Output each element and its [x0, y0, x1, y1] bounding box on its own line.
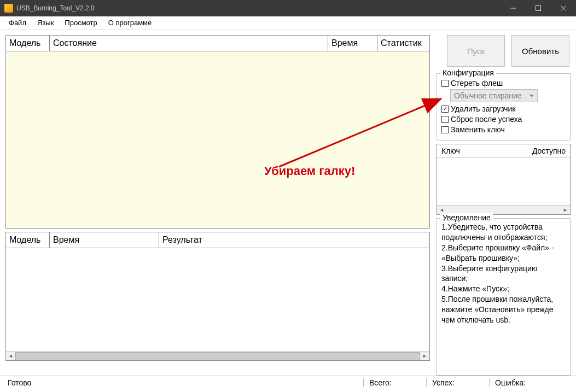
result-table-header: Модель Время Результат [6, 232, 429, 248]
button-row: Пуск Обновить [437, 35, 571, 67]
statusbar: Готово Всего: Успех: Ошибка: [0, 376, 576, 389]
erase-bootloader-checkbox[interactable] [441, 106, 449, 113]
scroll-right-icon[interactable]: ► [420, 352, 429, 361]
window-title: USB_Burning_Tool_V2.2.0 [16, 4, 501, 12]
menu-lang[interactable]: Язык [32, 17, 59, 28]
right-column: Пуск Обновить Конфигурация Стереть флеш … [437, 35, 571, 376]
minimize-button[interactable] [501, 0, 526, 16]
col-model2[interactable]: Модель [6, 232, 50, 248]
replace-key-row[interactable]: Заменить ключ [441, 125, 566, 134]
close-button[interactable] [551, 0, 576, 16]
erase-flash-checkbox[interactable] [441, 80, 449, 87]
result-table-body [6, 248, 429, 351]
col-result2[interactable]: Результат [159, 232, 429, 248]
result-hscroll[interactable]: ◄ ► [6, 351, 429, 360]
replace-key-checkbox[interactable] [441, 126, 449, 133]
key-col-key: Ключ [441, 147, 460, 155]
reset-after-checkbox[interactable] [441, 116, 449, 123]
status-total: Всего: [365, 378, 425, 387]
notice-title: Уведомление [440, 213, 493, 222]
left-column: Модель Состояние Время Статистик Модель … [5, 35, 430, 376]
col-stats[interactable]: Статистик [377, 36, 429, 51]
col-model[interactable]: Модель [6, 36, 50, 51]
reset-after-label: Сброс после успеха [451, 115, 522, 124]
client-area: Модель Состояние Время Статистик Модель … [0, 30, 576, 376]
key-panel-header: Ключ Доступно [437, 144, 570, 158]
erase-bootloader-row[interactable]: Удалить загрузчик [441, 104, 566, 113]
key-panel: Ключ Доступно ◄ ► [437, 144, 571, 215]
app-icon [4, 4, 13, 13]
status-error: Ошибка: [491, 378, 573, 387]
svg-rect-1 [536, 6, 541, 11]
notice-text: 1.Убедитесь, что устройства подключены и… [441, 222, 566, 325]
config-title: Конфигурация [440, 68, 496, 77]
status-ready: Готово [3, 378, 362, 387]
col-state[interactable]: Состояние [50, 36, 328, 51]
reset-after-row[interactable]: Сброс после успеха [441, 115, 566, 124]
scroll-thumb[interactable] [15, 352, 420, 360]
key-col-avail: Доступно [532, 147, 566, 155]
menu-file[interactable]: Файл [3, 17, 32, 28]
key-scroll-right-icon[interactable]: ► [561, 206, 570, 215]
device-table-header: Модель Состояние Время Статистик [6, 36, 429, 51]
status-success: Успех: [428, 378, 488, 387]
result-table: Модель Время Результат ◄ ► [5, 232, 430, 361]
menu-about[interactable]: О программе [103, 17, 158, 28]
device-table-body [6, 51, 429, 228]
notice-group: Уведомление 1.Убедитесь, что устройства … [437, 218, 571, 376]
menubar: Файл Язык Просмотр О программе [0, 16, 576, 30]
titlebar: USB_Burning_Tool_V2.2.0 [0, 0, 576, 16]
col-time[interactable]: Время [328, 36, 377, 51]
erase-flash-label: Стереть флеш [451, 79, 503, 87]
config-group: Конфигурация Стереть флеш Обычное стиран… [437, 73, 571, 141]
start-button[interactable]: Пуск [447, 35, 505, 67]
scroll-left-icon[interactable]: ◄ [6, 352, 15, 361]
col-time2[interactable]: Время [50, 232, 159, 248]
device-table: Модель Состояние Время Статистик [5, 35, 430, 229]
replace-key-label: Заменить ключ [451, 125, 505, 134]
erase-mode-dropdown[interactable]: Обычное стирание [450, 89, 538, 102]
key-panel-body [437, 158, 570, 205]
refresh-button[interactable]: Обновить [511, 35, 569, 67]
maximize-button[interactable] [526, 0, 551, 16]
erase-bootloader-label: Удалить загрузчик [451, 104, 515, 113]
erase-flash-row[interactable]: Стереть флеш [441, 79, 566, 87]
menu-view[interactable]: Просмотр [59, 17, 102, 28]
